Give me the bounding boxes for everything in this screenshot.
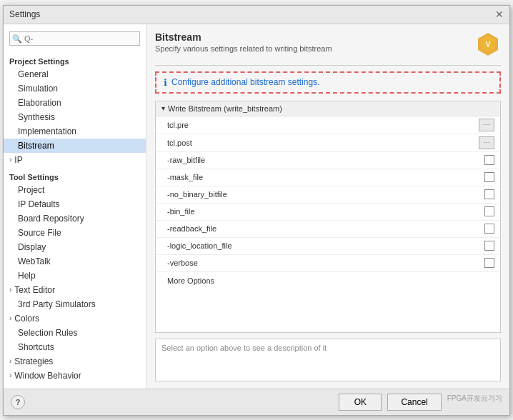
- title-bar: Settings ✕: [4, 6, 509, 24]
- strategies-arrow-icon: ›: [9, 357, 11, 365]
- project-settings-header: Project Settings: [4, 54, 146, 67]
- settings-value: [409, 258, 494, 268]
- setting-label-no-binary-bitfile: -no_binary_bitfile: [161, 190, 409, 199]
- bottom-left: ?: [11, 395, 25, 409]
- search-input[interactable]: [9, 31, 140, 46]
- sidebar-item-colors[interactable]: › Colors: [4, 311, 146, 326]
- settings-row: tcl.pre ⋯: [156, 116, 500, 134]
- checkbox-raw-bitfile[interactable]: [484, 155, 494, 165]
- settings-group-header: ▾ Write Bitstream (write_bitstream): [156, 101, 500, 116]
- browse-btn-tclpre[interactable]: ⋯: [479, 119, 494, 131]
- ip-label: IP: [14, 155, 22, 165]
- configure-box: ℹ Configure additional bitstream setting…: [155, 71, 501, 94]
- sidebar-item-shortcuts[interactable]: Shortcuts: [4, 340, 146, 354]
- checkbox-logic-location-file[interactable]: [484, 241, 494, 251]
- sidebar-item-ip-defaults[interactable]: IP Defaults: [4, 197, 146, 211]
- sidebar-item-implementation[interactable]: Implementation: [4, 124, 146, 139]
- right-panel: Bitstream Specify various settings relat…: [146, 24, 509, 389]
- checkbox-no-binary-bitfile[interactable]: [484, 189, 494, 199]
- settings-row: -bin_file: [156, 204, 500, 221]
- sidebar-item-display[interactable]: Display: [4, 240, 146, 254]
- setting-label-readback-file: -readback_file: [161, 224, 409, 233]
- sidebar-item-elaboration[interactable]: Elaboration: [4, 96, 146, 110]
- settings-value: [409, 155, 494, 165]
- settings-area: ▾ Write Bitstream (write_bitstream) tcl.…: [155, 101, 501, 333]
- setting-label-tclpre: tcl.pre: [161, 121, 409, 129]
- settings-row: More Options: [156, 272, 500, 289]
- settings-value: [409, 224, 494, 234]
- setting-label-mask-file: -mask_file: [161, 173, 409, 181]
- window-behavior-arrow-icon: ›: [9, 371, 11, 379]
- strategies-label: Strategies: [14, 356, 53, 366]
- settings-value: ⋯: [409, 119, 494, 131]
- right-subtitle: Specify various settings related to writ…: [155, 44, 332, 53]
- right-header: Bitstream Specify various settings relat…: [155, 31, 501, 59]
- sidebar-item-board-repository[interactable]: Board Repository: [4, 211, 146, 226]
- configure-link[interactable]: Configure additional bitstream settings.: [171, 77, 319, 87]
- sidebar-item-webtalk[interactable]: WebTalk: [4, 254, 146, 269]
- info-icon: ℹ: [164, 77, 167, 88]
- settings-row: -verbose: [156, 255, 500, 272]
- separator: [155, 65, 501, 66]
- search-icon: 🔍: [12, 34, 22, 43]
- main-content: 🔍 Project Settings General Simulation El…: [4, 24, 509, 389]
- settings-value: [409, 189, 494, 199]
- settings-value: [409, 206, 494, 216]
- setting-label-verbose: -verbose: [161, 259, 409, 267]
- checkbox-bin-file[interactable]: [484, 206, 494, 216]
- help-button[interactable]: ?: [11, 395, 25, 409]
- checkbox-readback-file[interactable]: [484, 224, 494, 234]
- sidebar-item-ip[interactable]: › IP: [4, 153, 146, 167]
- left-panel: 🔍 Project Settings General Simulation El…: [4, 24, 146, 389]
- watermark: FPGA开发云习习: [447, 394, 502, 411]
- tool-settings-header: Tool Settings: [4, 170, 146, 183]
- sidebar-item-window-behavior[interactable]: › Window Behavior: [4, 369, 146, 383]
- setting-label-logic-location-file: -logic_location_file: [161, 241, 409, 250]
- settings-value: ⋯: [409, 136, 494, 149]
- sidebar-item-3rd-party-simulators[interactable]: 3rd Party Simulators: [4, 297, 146, 311]
- write-bitstream-label: Write Bitstream (write_bitstream): [168, 104, 282, 113]
- sidebar-item-bitstream[interactable]: Bitstream: [4, 139, 146, 153]
- ok-button[interactable]: OK: [339, 394, 382, 411]
- setting-label-bin-file: -bin_file: [161, 207, 409, 216]
- sidebar-item-project[interactable]: Project: [4, 183, 146, 197]
- description-area: Select an option above to see a descript…: [155, 339, 501, 381]
- sidebar-item-synthesis[interactable]: Synthesis: [4, 110, 146, 124]
- text-editor-label: Text Editor: [14, 285, 55, 295]
- cancel-button[interactable]: Cancel: [387, 394, 441, 411]
- settings-row: -mask_file: [156, 169, 500, 186]
- settings-row: tcl.post ⋯: [156, 134, 500, 152]
- svg-text:V: V: [486, 41, 491, 49]
- colors-arrow-icon: ›: [9, 314, 11, 322]
- browse-btn-tclpost[interactable]: ⋯: [479, 136, 494, 149]
- bottom-bar: ? OK Cancel FPGA开发云习习: [4, 389, 509, 415]
- sidebar-item-simulation[interactable]: Simulation: [4, 81, 146, 96]
- settings-value: [409, 241, 494, 251]
- checkbox-mask-file[interactable]: [484, 172, 494, 182]
- text-editor-arrow-icon: ›: [9, 286, 11, 294]
- close-button[interactable]: ✕: [495, 9, 504, 19]
- window-title: Settings: [9, 9, 40, 19]
- sidebar-item-text-editor[interactable]: › Text Editor: [4, 283, 146, 297]
- setting-label-more-options: More Options: [161, 276, 409, 285]
- sidebar-item-source-file[interactable]: Source File: [4, 226, 146, 240]
- checkbox-verbose[interactable]: [484, 258, 494, 268]
- sidebar-item-general[interactable]: General: [4, 67, 146, 81]
- collapse-arrow-icon[interactable]: ▾: [161, 104, 165, 112]
- settings-value: [409, 172, 494, 182]
- settings-row: -readback_file: [156, 221, 500, 238]
- vivado-logo: V: [475, 31, 501, 59]
- colors-label: Colors: [14, 314, 39, 324]
- settings-window: Settings ✕ 🔍 Project Settings General Si…: [3, 5, 510, 416]
- bottom-buttons: OK Cancel FPGA开发云习习: [339, 394, 502, 411]
- setting-label-raw-bitfile: -raw_bitfile: [161, 156, 409, 164]
- sidebar-item-help[interactable]: Help: [4, 269, 146, 283]
- window-behavior-label: Window Behavior: [14, 371, 81, 381]
- search-box: 🔍: [9, 31, 140, 46]
- settings-row: -logic_location_file: [156, 238, 500, 255]
- ip-arrow-icon: ›: [9, 156, 11, 164]
- settings-row: -no_binary_bitfile: [156, 186, 500, 204]
- right-title-group: Bitstream Specify various settings relat…: [155, 31, 332, 53]
- sidebar-item-strategies[interactable]: › Strategies: [4, 354, 146, 369]
- sidebar-item-selection-rules[interactable]: Selection Rules: [4, 326, 146, 340]
